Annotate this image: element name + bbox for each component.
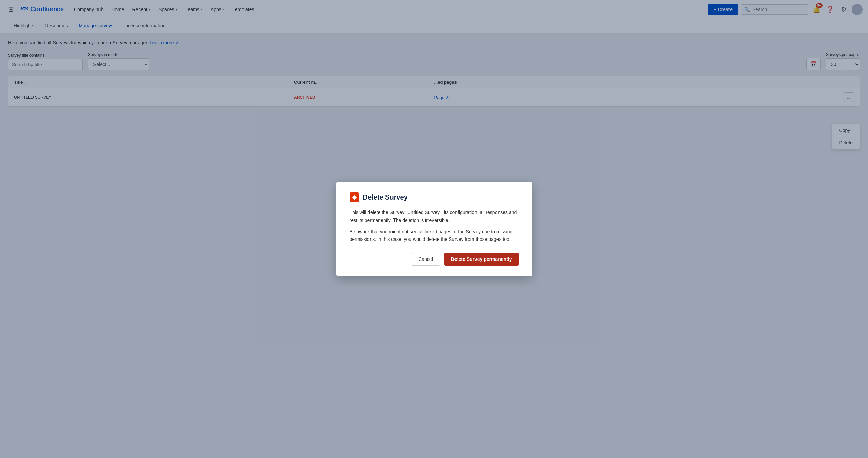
main-content: Highlights Resources Manage surveys Lice… (0, 19, 868, 458)
cancel-button[interactable]: Cancel (411, 253, 440, 266)
modal-overlay: ◆ Delete Survey This will delete the Sur… (0, 19, 868, 458)
dialog-title-row: ◆ Delete Survey (350, 192, 519, 202)
dialog-body-line2: Be aware that you might not see all link… (350, 228, 519, 243)
delete-survey-dialog: ◆ Delete Survey This will delete the Sur… (336, 182, 532, 276)
warning-icon: ◆ (350, 192, 359, 202)
delete-permanently-button[interactable]: Delete Survey permanently (444, 253, 519, 266)
dialog-title: Delete Survey (363, 193, 408, 201)
dialog-footer: Cancel Delete Survey permanently (350, 253, 519, 266)
dialog-body-line1: This will delete the Survey "Untitled Su… (350, 209, 519, 224)
dialog-body: This will delete the Survey "Untitled Su… (350, 209, 519, 243)
